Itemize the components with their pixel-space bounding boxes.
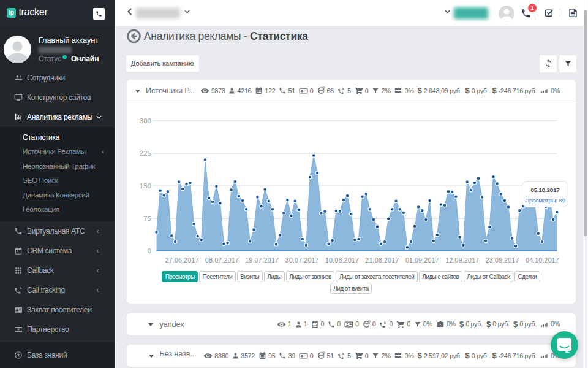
svg-text:Просмотры: 89: Просмотры: 89	[525, 197, 565, 204]
svg-text:12.09.2017: 12.09.2017	[445, 256, 479, 264]
svg-text:75: 75	[143, 215, 151, 222]
svg-text:10.08.2017: 10.08.2017	[325, 256, 358, 264]
svg-text:04.10.2017: 04.10.2017	[525, 256, 559, 264]
svg-text:30.07.2017: 30.07.2017	[285, 256, 318, 264]
svg-text:0: 0	[147, 247, 151, 255]
svg-text:225: 225	[139, 150, 151, 157]
svg-text:08.07.2017: 08.07.2017	[205, 256, 238, 264]
svg-text:21.08.2017: 21.08.2017	[365, 256, 399, 264]
svg-text:23.09.2017: 23.09.2017	[485, 256, 519, 264]
svg-text:19.07.2017: 19.07.2017	[245, 256, 279, 264]
svg-text:05.10.2017: 05.10.2017	[530, 186, 560, 193]
svg-text:300: 300	[139, 117, 151, 125]
svg-text:27.06.2017: 27.06.2017	[165, 256, 198, 264]
svg-text:01.09.2017: 01.09.2017	[405, 256, 439, 264]
svg-text:150: 150	[139, 182, 151, 190]
